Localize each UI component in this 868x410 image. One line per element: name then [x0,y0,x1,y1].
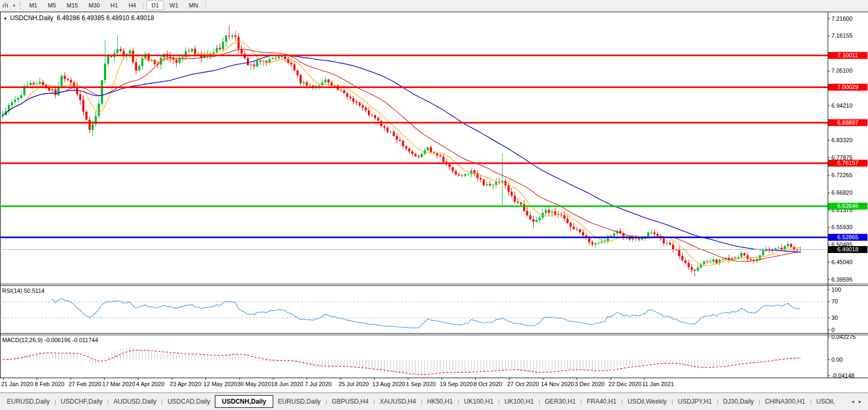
svg-text:6.88897: 6.88897 [837,119,858,126]
svg-text:6.45040: 6.45040 [831,259,853,265]
svg-text:7.00029: 7.00029 [837,84,858,90]
date-label: 11 Jan 2021 [642,381,674,387]
svg-text:6.49018: 6.49018 [837,246,858,252]
toolbar-separator [143,2,144,9]
svg-text:0.00: 0.00 [831,356,843,363]
toolbar-separator [205,2,206,9]
symbol-tab-eurusd-daily[interactable]: EURUSD,Daily [273,396,326,407]
symbol-tab-usdjpy-h1[interactable]: USDJPY,H1 [673,396,716,407]
chart-cursor-icon[interactable] [1,2,11,9]
symbol-tab-gbpusd-h4[interactable]: GBPUSD,H4 [327,396,373,407]
price-chart-canvas[interactable]: 7.216007.161557.051006.942106.833206.778… [0,12,868,392]
svg-text:6.52865: 6.52865 [837,234,858,240]
timeframe-button-M15[interactable]: M15 [62,1,83,10]
timeframe-button-M1[interactable]: M1 [24,1,42,10]
svg-text:6.66820: 6.66820 [831,189,853,196]
macd-indicator-label: MACD(12,26,9) -0.006196 -0.011744 [2,337,98,343]
timeframe-button-M30[interactable]: M30 [84,1,105,10]
svg-text:6.39595: 6.39595 [831,276,853,283]
date-label: 19 Sep 2020 [440,381,473,387]
svg-text:0: 0 [831,327,835,333]
toolbar-dropdown-caret[interactable]: ▼ [12,4,16,7]
svg-text:6.55930: 6.55930 [831,224,853,230]
ohlc-values: 6.49286 6.49385 6.48910 6.49018 [57,14,154,22]
horizontal-levels [0,56,828,250]
symbol-tab-uk100-h1[interactable]: UK100,H1 [500,396,539,407]
chart-frame [0,12,868,378]
date-label: 8 Oct 2020 [473,381,502,387]
svg-text:70: 70 [831,298,838,304]
tab-scroll-left-icon[interactable]: ◄ [849,399,856,404]
date-label: 14 Nov 2020 [541,381,574,387]
timeframe-buttons: M1M5M15M30H1H4D1W1MN [24,1,208,10]
rsi-indicator-label: RSI(14) 50.5114 [2,287,45,294]
date-label: 21 Jan 2020 [1,381,33,387]
date-label: 25 Jul 2020 [338,381,369,387]
date-label: 4 Apr 2020 [136,381,164,387]
symbol-tab-usdcad-daily[interactable]: USDCAD,Daily [163,396,215,407]
svg-text:7.21600: 7.21600 [831,15,853,22]
date-axis: 21 Jan 20208 Feb 202027 Feb 202017 Mar 2… [1,378,674,387]
toolbar-drag-handle[interactable] [20,2,21,9]
date-label: 12 May 2020 [204,381,238,387]
symbol-tabs: EURUSD,Daily|USDCHF,Daily|AUDUSD,Daily|U… [2,395,839,408]
date-label: 7 Jul 2020 [305,381,332,387]
svg-text:7.16155: 7.16155 [831,32,853,39]
symbol-tabbar: EURUSD,Daily|USDCHF,Daily|AUDUSD,Daily|U… [0,392,868,410]
svg-text:-0.04148: -0.04148 [831,372,854,379]
chart-title: ▼USDCNH,Daily 6.49286 6.49385 6.48910 6.… [3,14,154,22]
symbol-tab-hk50-h1[interactable]: HK50,H1 [422,396,458,407]
timeframe-button-H1[interactable]: H1 [106,1,123,10]
date-label: 18 Jun 2020 [271,381,303,387]
date-label: 1 Sep 2020 [406,381,436,387]
macd-signal-line [3,350,800,374]
timeframe-button-MN[interactable]: MN [184,1,203,10]
symbol-tab-xauusd-h4[interactable]: XAUUSD,H4 [375,396,421,407]
tab-scroll-arrows: ◄► [849,399,866,404]
timeframe-button-D1[interactable]: D1 [146,1,163,10]
symbol-tab-dj30-daily[interactable]: DJ30,Daily [718,396,759,407]
date-label: 17 Mar 2020 [102,381,135,387]
symbol-tab-usoil-[interactable]: USOil, [812,396,840,407]
svg-text:6.72265: 6.72265 [831,172,853,178]
date-label: 27 Feb 2020 [68,381,101,387]
date-label: 27 Oct 2020 [507,381,539,387]
svg-text:6.94210: 6.94210 [831,102,853,109]
tab-scroll-right-icon[interactable]: ► [856,399,864,404]
timeframe-button-H4[interactable]: H4 [124,1,141,10]
symbol-tab-usdcnh-daily[interactable]: USDCNH,Daily [215,395,273,408]
rsi-line [53,299,801,328]
symbol-tab-uk100-h1[interactable]: UK100,H1 [459,396,498,407]
date-label: 23 Apr 2020 [170,381,201,387]
symbol-tab-ger30-h1[interactable]: GER30,H1 [540,396,580,407]
date-label: 30 May 2020 [237,381,271,387]
date-label: 13 Aug 2020 [372,381,405,387]
svg-text:100: 100 [831,286,841,293]
timeframe-toolbar: ▼ M1M5M15M30H1H4D1W1MN [0,0,868,11]
timeframe-button-W1[interactable]: W1 [165,1,184,10]
svg-text:6.83320: 6.83320 [831,137,853,143]
macd-panel: 0.0422750.00-0.04148 [3,334,856,379]
symbol-tab-usdchf-daily[interactable]: USDCHF,Daily [56,396,108,407]
svg-text:0.042275: 0.042275 [831,334,856,340]
date-label: 8 Feb 2020 [35,381,65,387]
timeframe-button-M5[interactable]: M5 [43,1,60,10]
symbol-tab-audusd-daily[interactable]: AUDUSD,Daily [109,396,161,407]
symbol-tab-eurusd-daily[interactable]: EURUSD,Daily [2,396,55,407]
svg-text:6.62646: 6.62646 [837,203,858,209]
symbol-tab-usoil-weekly[interactable]: USOil,Weekly [623,396,672,407]
symbol-name: USDCNH,Daily [10,14,53,22]
svg-text:30: 30 [831,315,838,321]
svg-text:7.05100: 7.05100 [831,67,853,74]
symbol-tab-china300-h1[interactable]: CHINA300,H1 [760,396,810,407]
chart-window: 7.216007.161557.051006.942106.833206.778… [0,12,868,392]
ma-fast-line [3,41,800,266]
date-label: 22 Dec 2020 [609,381,641,387]
ma-mid-line [3,49,800,261]
symbol-tab-fra40-h1[interactable]: FRA40,H1 [582,396,621,407]
rsi-panel: 10070300 [0,286,841,333]
svg-text:7.10011: 7.10011 [838,52,858,58]
symbol-dropdown-caret[interactable]: ▼ [3,16,7,21]
price-axis: 7.216007.161557.051006.942106.833206.778… [828,15,867,283]
date-label: 3 Dec 2020 [575,381,604,387]
